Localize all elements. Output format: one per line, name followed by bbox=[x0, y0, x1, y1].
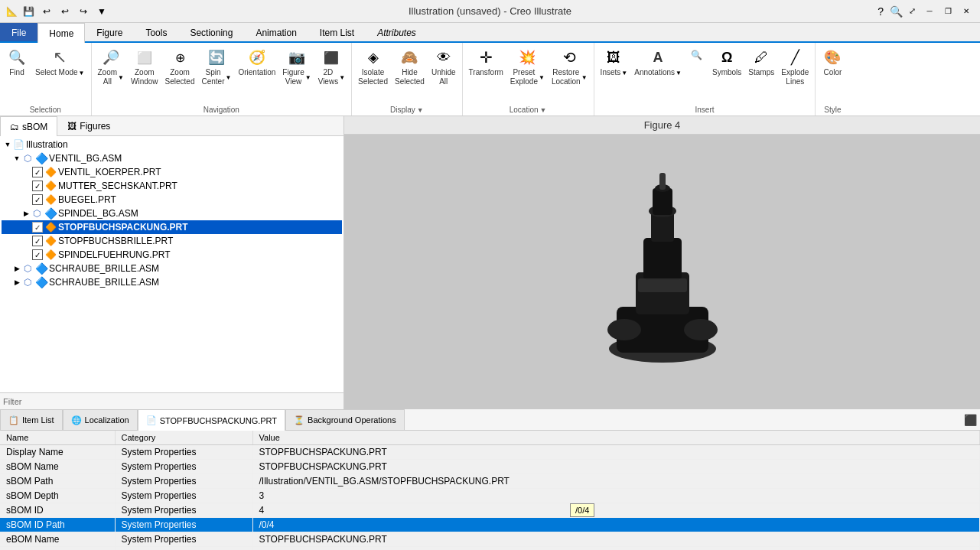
search-icon[interactable]: 🔍 bbox=[890, 5, 903, 18]
expand-icon[interactable]: ⤢ bbox=[909, 6, 916, 16]
tree-item-mutter[interactable]: ▶ ✓ 🔶 MUTTER_SECHSKANT.PRT bbox=[2, 179, 342, 193]
redo-btn[interactable]: ↪ bbox=[76, 4, 91, 19]
tree-item-spindel[interactable]: ▶ ⬡ 🔷 SPINDEL_BG.ASM bbox=[2, 207, 342, 220]
hide-selected-button[interactable]: 🙈 HideSelected bbox=[392, 44, 428, 89]
tree-item-stopfbrille[interactable]: ▶ ✓ 🔶 STOPFBUCHSBRILLE.PRT bbox=[2, 234, 342, 248]
tree-item-buegel[interactable]: ▶ ✓ 🔶 BUEGEL.PRT bbox=[2, 193, 342, 207]
undo-btn2[interactable]: ↩ bbox=[57, 4, 73, 19]
menu-tab-attributes[interactable]: Attributes bbox=[366, 23, 428, 41]
table-row[interactable]: sBOM Path System Properties /Illustratio… bbox=[0, 474, 980, 489]
expand-spindel[interactable]: ▶ bbox=[21, 210, 31, 217]
expand-spindelfuehr[interactable]: ▶ bbox=[21, 251, 31, 259]
restore-btn[interactable]: ❐ bbox=[940, 5, 956, 18]
zoom-selected-button[interactable]: ⊕ ZoomSelected bbox=[162, 44, 198, 89]
sbom-tab-label: sBOM bbox=[22, 122, 47, 132]
menu-tab-animation[interactable]: Animation bbox=[244, 23, 308, 41]
expand-schraube2[interactable]: ▶ bbox=[12, 278, 21, 286]
explode-lines-button[interactable]: ╱ ExplodeLines bbox=[778, 44, 812, 89]
th-category: Category bbox=[115, 431, 252, 445]
zoom-window-button[interactable]: ⬜ ZoomWindow bbox=[128, 44, 161, 89]
transform-button[interactable]: ✛ Transform bbox=[466, 44, 506, 80]
search-small-btn[interactable]: 🔍 bbox=[687, 46, 707, 64]
expand-stopfbrille[interactable]: ▶ bbox=[21, 237, 31, 245]
expand-stopfbuch[interactable]: ▶ bbox=[21, 223, 31, 231]
preset-explode-arrow[interactable]: ▼ bbox=[539, 74, 545, 81]
figure-view-button[interactable]: 📷 FigureView ▼ bbox=[279, 44, 314, 89]
checkbox-mutter[interactable]: ✓ bbox=[32, 181, 43, 191]
table-row[interactable]: sBOM Depth System Properties 3 bbox=[0, 489, 980, 503]
bottom-tab-background[interactable]: ⏳ Background Operations bbox=[285, 409, 405, 430]
table-row[interactable]: OL File Name System Properties ver... bbox=[0, 547, 980, 551]
expand-illustration[interactable]: ▼ bbox=[3, 141, 12, 148]
save-btn[interactable]: 💾 bbox=[21, 4, 36, 19]
expand-ventil[interactable]: ▼ bbox=[12, 155, 21, 162]
undo-btn[interactable]: ↩ bbox=[39, 4, 54, 19]
maximize-panel-btn[interactable]: ⬛ bbox=[964, 414, 977, 426]
find-button[interactable]: 🔍 Find bbox=[3, 44, 31, 80]
symbols-button[interactable]: Ω Symbols bbox=[709, 44, 744, 80]
location-expand-btn[interactable]: ▼ bbox=[540, 106, 547, 114]
tree-item-stopfbuch[interactable]: ▶ ✓ 🔶 STOPFBUCHSPACKUNG.PRT bbox=[2, 220, 342, 234]
table-row[interactable]: eBOM Name System Properties STOPFBUCHSPA… bbox=[0, 532, 980, 547]
zoom-all-button[interactable]: 🔎 ZoomAll ▼ bbox=[95, 44, 127, 89]
display-expand-btn[interactable]: ▼ bbox=[417, 106, 424, 114]
zoom-all-arrow[interactable]: ▼ bbox=[118, 74, 124, 81]
select-mode-button[interactable]: ↖ Select Mode ▼ bbox=[32, 44, 88, 80]
2d-views-button[interactable]: ⬛ 2DViews ▼ bbox=[315, 44, 348, 89]
annotations-button[interactable]: A Annotations ▼ bbox=[631, 44, 685, 80]
tree-item-schraube1[interactable]: ▶ ⬡ 🔷 SCHRAUBE_BRILLE.ASM bbox=[2, 262, 342, 275]
checkbox-buegel[interactable]: ✓ bbox=[32, 194, 43, 205]
restore-location-arrow[interactable]: ▼ bbox=[581, 74, 588, 81]
unhide-all-button[interactable]: 👁 UnhideAll bbox=[428, 44, 459, 89]
bottom-tab-stopfbuch[interactable]: 📄 STOPFBUCHSPACKUNG.PRT bbox=[138, 409, 285, 431]
menu-tab-sectioning[interactable]: Sectioning bbox=[178, 23, 244, 41]
more-btn[interactable]: ▼ bbox=[94, 4, 109, 19]
minimize-btn[interactable]: ─ bbox=[922, 5, 937, 18]
spin-center-button[interactable]: 🔄 SpinCenter ▼ bbox=[199, 44, 235, 89]
viewport-canvas[interactable] bbox=[344, 135, 980, 409]
tree-item-ventil[interactable]: ▼ ⬡ 🔷 VENTIL_BG.ASM bbox=[2, 151, 342, 165]
spin-center-arrow[interactable]: ▼ bbox=[226, 74, 232, 81]
help-icon[interactable]: ? bbox=[877, 5, 884, 18]
checkbox-stopfbuch[interactable]: ✓ bbox=[32, 222, 43, 233]
restore-location-button[interactable]: ⟲ RestoreLocation ▼ bbox=[549, 44, 591, 89]
close-btn[interactable]: ✕ bbox=[959, 5, 974, 18]
expand-schraube1[interactable]: ▶ bbox=[12, 265, 21, 272]
menu-tab-tools[interactable]: Tools bbox=[134, 23, 178, 41]
bottom-tab-localization[interactable]: 🌐 Localization bbox=[63, 409, 138, 430]
checkbox-spindelfuehr[interactable]: ✓ bbox=[32, 249, 43, 260]
color-button[interactable]: 🎨 Color bbox=[819, 44, 846, 80]
isolate-selected-button[interactable]: ◈ IsolateSelected bbox=[355, 44, 391, 89]
expand-koerper[interactable]: ▶ bbox=[21, 168, 31, 176]
tree-item-spindelfuehr[interactable]: ▶ ✓ 🔶 SPINDELFUEHRUNG.PRT bbox=[2, 248, 342, 262]
2d-views-arrow[interactable]: ▼ bbox=[339, 74, 345, 81]
figures-tab[interactable]: 🖼 Figures bbox=[57, 116, 120, 135]
sbom-tab[interactable]: 🗂 sBOM bbox=[0, 116, 57, 136]
insets-arrow[interactable]: ▼ bbox=[621, 70, 627, 76]
stamps-button[interactable]: 🖊 Stamps bbox=[745, 44, 777, 80]
figure-view-arrow[interactable]: ▼ bbox=[305, 74, 311, 81]
menu-tab-figure[interactable]: Figure bbox=[85, 23, 134, 41]
checkbox-koerper[interactable]: ✓ bbox=[32, 167, 43, 177]
insets-button[interactable]: 🖼 Insets ▼ bbox=[597, 44, 631, 80]
table-row[interactable]: sBOM Name System Properties STOPFBUCHSPA… bbox=[0, 460, 980, 474]
menu-tab-item-list[interactable]: Item List bbox=[308, 23, 366, 41]
menu-tab-home[interactable]: Home bbox=[37, 23, 85, 43]
cell-name: eBOM Name bbox=[0, 532, 115, 547]
orientation-button[interactable]: 🧭 Orientation bbox=[235, 44, 278, 80]
checkbox-stopfbrille[interactable]: ✓ bbox=[32, 236, 43, 246]
expand-mutter[interactable]: ▶ bbox=[21, 182, 31, 190]
preset-explode-button[interactable]: 💥 PresetExplode ▼ bbox=[507, 44, 548, 89]
annotations-arrow[interactable]: ▼ bbox=[676, 70, 682, 76]
menu-tab-file[interactable]: File bbox=[0, 23, 37, 41]
table-row[interactable]: sBOM ID Path System Properties /0/4 bbox=[0, 518, 980, 532]
select-mode-arrow[interactable]: ▼ bbox=[79, 70, 85, 76]
expand-buegel[interactable]: ▶ bbox=[21, 196, 31, 203]
table-row[interactable]: sBOM ID System Properties 4 bbox=[0, 503, 980, 518]
tree-item-schraube2[interactable]: ▶ ⬡ 🔷 SCHRAUBE_BRILLE.ASM bbox=[2, 275, 342, 289]
table-row[interactable]: Display Name System Properties STOPFBUCH… bbox=[0, 445, 980, 460]
properties-table-container[interactable]: Name Category Value Display Name System … bbox=[0, 431, 980, 550]
tree-item-koerper[interactable]: ▶ ✓ 🔶 VENTIL_KOERPER.PRT bbox=[2, 165, 342, 179]
bottom-tab-item-list[interactable]: 📋 Item List bbox=[0, 409, 63, 430]
tree-item-illustration[interactable]: ▼ 📄 Illustration bbox=[2, 138, 342, 151]
